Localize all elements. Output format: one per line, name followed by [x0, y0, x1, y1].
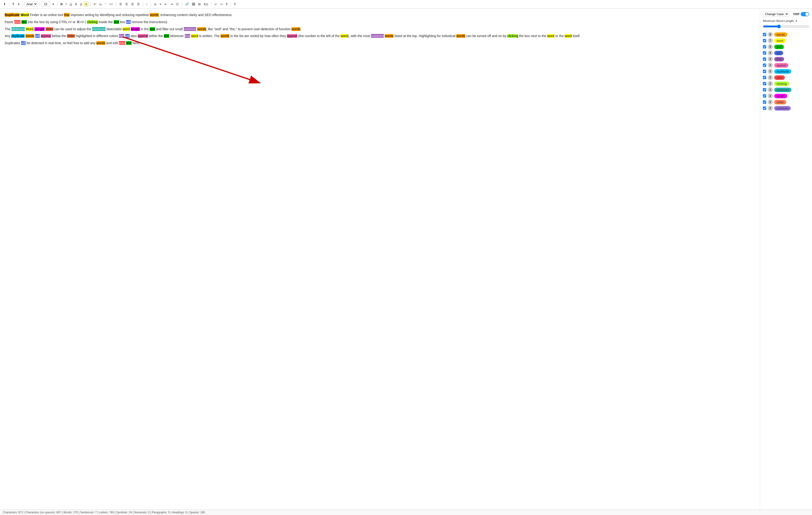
align-justify-button[interactable]: ☰: [136, 2, 141, 7]
font-family-select[interactable]: Arial: [25, 2, 37, 7]
word-text-3: text: [150, 27, 155, 31]
word-label-badge[interactable]: clicking: [774, 82, 789, 86]
word-label-badge[interactable]: duplicate: [774, 69, 791, 74]
word-checkbox-text[interactable]: [763, 45, 766, 49]
image-button[interactable]: 🖼: [191, 2, 197, 7]
word-checkbox-appear[interactable]: [763, 63, 766, 67]
word-count-badge: 2: [767, 106, 773, 111]
word-word-1: Word: [21, 13, 29, 17]
word-checkbox-length[interactable]: [763, 94, 766, 97]
word-checkbox-duplicate[interactable]: [763, 70, 766, 73]
blockquote-button[interactable]: ": [104, 2, 108, 7]
word-word-2: Word: [26, 27, 33, 31]
toggle-track[interactable]: [801, 12, 809, 16]
word-count-badge: 3: [767, 63, 773, 68]
word-minimum-1: Minimum: [11, 27, 25, 31]
editor-area[interactable]: Duplicate Word Finder is an online tool …: [0, 8, 760, 510]
word-list: 8words7word5text4will3that3appear2duplic…: [763, 32, 809, 111]
italic-button[interactable]: I: [64, 2, 68, 7]
underline-button[interactable]: U: [68, 2, 73, 7]
redo-button[interactable]: ↪: [219, 2, 224, 7]
strikethrough-button[interactable]: S: [74, 2, 79, 7]
word-label-badge[interactable]: words: [774, 32, 787, 37]
word-checkbox-common[interactable]: [763, 107, 766, 110]
align-left-button[interactable]: ☰: [118, 2, 123, 7]
word-word-3: word: [123, 27, 130, 31]
ordered-list-button[interactable]: ≳: [152, 2, 158, 7]
word-list-item: 2minimum: [763, 87, 809, 92]
formula-button[interactable]: f(x): [202, 2, 210, 7]
min-word-length-slider[interactable]: [763, 25, 809, 28]
clear-format-button[interactable]: T: [232, 2, 237, 7]
font-size-input[interactable]: [41, 2, 50, 6]
word-label-badge[interactable]: word: [774, 38, 786, 43]
word-words-8: words: [96, 41, 105, 45]
word-count-badge: 2: [767, 75, 773, 80]
sidebar-header: Change Case DWF: [763, 11, 809, 17]
word-list-item: 2slider: [763, 99, 809, 105]
word-list-item: 4will: [763, 50, 809, 56]
indent-less-button[interactable]: ⇤: [163, 2, 169, 7]
indent-more-button[interactable]: ⇥: [169, 2, 174, 7]
word-label-badge[interactable]: your: [774, 75, 785, 80]
word-checkbox-minimum[interactable]: [763, 88, 766, 91]
font-size-up-button[interactable]: ▾: [51, 2, 56, 7]
word-will-1: will: [126, 20, 130, 24]
word-checkbox-your[interactable]: [763, 76, 766, 79]
word-list-item: 7word: [763, 38, 809, 43]
word-checkbox-that[interactable]: [763, 57, 766, 61]
unordered-list-button[interactable]: ≡: [158, 2, 163, 7]
link-button[interactable]: 🔗: [184, 2, 191, 7]
text-style-button[interactable]: T: [11, 2, 16, 7]
word-label-badge[interactable]: common: [774, 106, 791, 111]
word-list-item: 2your: [763, 75, 809, 80]
word-checkbox-slider[interactable]: [763, 101, 766, 104]
text-style-down-button[interactable]: ▾: [17, 2, 21, 7]
word-checkbox-will[interactable]: [763, 51, 766, 55]
main-area: Duplicate Word Finder is an online tool …: [0, 8, 812, 510]
word-checkbox-clicking[interactable]: [763, 82, 766, 85]
align-right-button[interactable]: ☰: [130, 2, 135, 7]
word-checkbox-words[interactable]: [763, 33, 766, 36]
undo-button[interactable]: ↩: [213, 2, 219, 7]
word-label-badge[interactable]: minimum: [774, 88, 791, 92]
script-group: x² x₂ " <>: [92, 2, 114, 7]
word-list-item: 2length: [763, 93, 809, 98]
font-highlight-button[interactable]: A: [84, 2, 89, 7]
word-label-badge[interactable]: text: [774, 45, 784, 49]
checklist-button[interactable]: ☑: [175, 2, 180, 7]
word-list-item: 3appear: [763, 63, 809, 68]
word-duplicate-2: duplicate: [11, 34, 25, 38]
bold-button[interactable]: B: [59, 2, 64, 7]
line-height-button[interactable]: ↕: [145, 2, 149, 7]
word-slider-2: slider: [67, 34, 75, 38]
word-count-badge: 2: [767, 93, 773, 98]
toolbar-sep-10: [211, 2, 211, 7]
table-button[interactable]: ⊞: [197, 2, 202, 7]
paragraph-5: Duplicates will be detected in real time…: [5, 40, 755, 46]
word-your-1: your: [14, 20, 21, 24]
word-label-badge[interactable]: appear: [774, 63, 788, 67]
word-label-badge[interactable]: that: [774, 57, 784, 61]
word-duplicate-1: Duplicate: [5, 13, 20, 17]
word-label-badge[interactable]: will: [774, 51, 783, 55]
word-count-badge: 8: [767, 32, 773, 37]
code-button[interactable]: <>: [108, 2, 114, 7]
toolbar-sep-3: [39, 2, 39, 7]
min-word-length-label: Minimum Word Length: 4: [763, 19, 809, 23]
word-list-item: 5text: [763, 44, 809, 49]
upload-button[interactable]: ⬆: [2, 2, 7, 7]
word-label-badge[interactable]: slider: [774, 100, 786, 105]
font-color-button[interactable]: A: [79, 2, 84, 7]
superscript-button[interactable]: x²: [92, 2, 97, 7]
align-center-button[interactable]: ☰: [124, 2, 129, 7]
paragraph-3: The Minimum Word Length slider can be us…: [5, 26, 755, 32]
word-label-badge[interactable]: length: [774, 94, 787, 98]
special-char-button[interactable]: ¶: [224, 2, 229, 7]
word-checkbox-word[interactable]: [763, 39, 766, 42]
word-appear-3: appear: [287, 34, 297, 38]
subscript-button[interactable]: x₂: [98, 2, 104, 7]
change-case-select[interactable]: Change Case: [763, 11, 789, 17]
word-common-1: common: [184, 27, 197, 31]
word-list-item: 2common: [763, 106, 809, 111]
